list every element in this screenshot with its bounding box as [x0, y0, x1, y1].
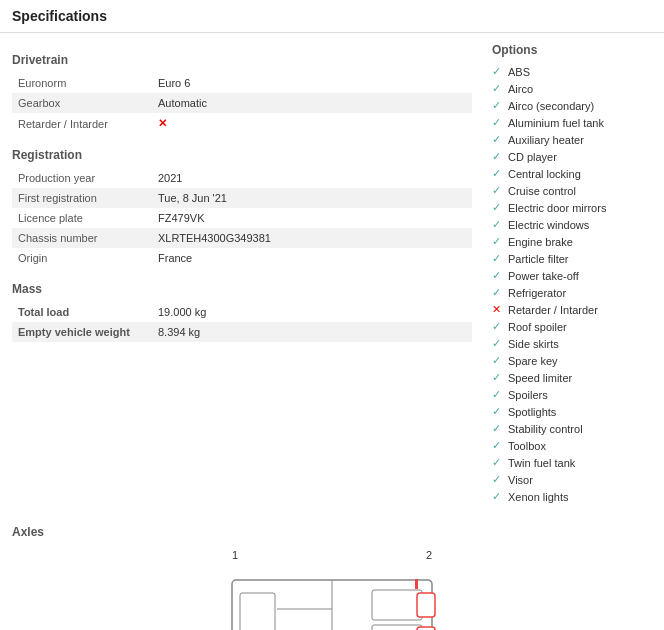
- check-icon: ✓: [492, 201, 504, 214]
- option-item-14: ✕Retarder / Intarder: [492, 301, 652, 318]
- registration-value-4: France: [152, 248, 472, 268]
- option-label-1: Airco: [508, 83, 533, 95]
- drivetrain-value-2: ✕: [152, 113, 472, 134]
- option-item-22: ✓Toolbox: [492, 437, 652, 454]
- options-title: Options: [492, 43, 652, 57]
- option-item-11: ✓Particle filter: [492, 250, 652, 267]
- option-label-23: Twin fuel tank: [508, 457, 575, 469]
- svg-rect-11: [415, 579, 418, 589]
- registration-label-1: First registration: [12, 188, 152, 208]
- option-item-6: ✓Central locking: [492, 165, 652, 182]
- registration-table: Production year2021First registrationTue…: [12, 168, 472, 268]
- check-icon: ✓: [492, 235, 504, 248]
- cross-opt-icon: ✕: [492, 303, 504, 316]
- check-icon: ✓: [492, 184, 504, 197]
- option-label-3: Aluminium fuel tank: [508, 117, 604, 129]
- option-item-1: ✓Airco: [492, 80, 652, 97]
- option-item-3: ✓Aluminium fuel tank: [492, 114, 652, 131]
- option-label-4: Auxiliary heater: [508, 134, 584, 146]
- check-icon: ✓: [492, 422, 504, 435]
- check-icon: ✓: [492, 320, 504, 333]
- right-panel: Options ✓ABS✓Airco✓Airco (secondary)✓Alu…: [492, 43, 652, 505]
- option-label-17: Spare key: [508, 355, 558, 367]
- check-icon: ✓: [492, 490, 504, 503]
- axles-title: Axles: [12, 525, 652, 539]
- options-list: ✓ABS✓Airco✓Airco (secondary)✓Aluminium f…: [492, 63, 652, 505]
- option-item-17: ✓Spare key: [492, 352, 652, 369]
- check-icon: ✓: [492, 473, 504, 486]
- option-label-12: Power take-off: [508, 270, 579, 282]
- option-item-16: ✓Side skirts: [492, 335, 652, 352]
- check-icon: ✓: [492, 252, 504, 265]
- check-icon: ✓: [492, 286, 504, 299]
- option-label-22: Toolbox: [508, 440, 546, 452]
- axles-diagram-container: 1 2: [222, 549, 442, 630]
- option-label-7: Cruise control: [508, 185, 576, 197]
- option-label-15: Roof spoiler: [508, 321, 567, 333]
- mass-label-0: Total load: [12, 302, 152, 322]
- drivetrain-section-title: Drivetrain: [12, 53, 472, 67]
- axle-label-1: 1: [232, 549, 238, 561]
- option-label-24: Visor: [508, 474, 533, 486]
- cross-icon: ✕: [158, 117, 167, 129]
- option-label-21: Stability control: [508, 423, 583, 435]
- option-item-23: ✓Twin fuel tank: [492, 454, 652, 471]
- option-label-9: Electric windows: [508, 219, 589, 231]
- check-icon: ✓: [492, 388, 504, 401]
- drivetrain-value-0: Euro 6: [152, 73, 472, 93]
- check-icon: ✓: [492, 133, 504, 146]
- option-item-7: ✓Cruise control: [492, 182, 652, 199]
- option-label-20: Spotlights: [508, 406, 556, 418]
- registration-label-2: Licence plate: [12, 208, 152, 228]
- registration-label-0: Production year: [12, 168, 152, 188]
- drivetrain-label-1: Gearbox: [12, 93, 152, 113]
- option-item-5: ✓CD player: [492, 148, 652, 165]
- option-item-4: ✓Auxiliary heater: [492, 131, 652, 148]
- option-label-5: CD player: [508, 151, 557, 163]
- main-content: Drivetrain EuronormEuro 6GearboxAutomati…: [0, 33, 664, 515]
- axles-label-row: 1 2: [222, 549, 442, 561]
- check-icon: ✓: [492, 99, 504, 112]
- check-icon: ✓: [492, 65, 504, 78]
- option-item-13: ✓Refrigerator: [492, 284, 652, 301]
- option-item-21: ✓Stability control: [492, 420, 652, 437]
- axles-section: Axles 1 2: [0, 515, 664, 630]
- drivetrain-value-1: Automatic: [152, 93, 472, 113]
- check-icon: ✓: [492, 456, 504, 469]
- check-icon: ✓: [492, 371, 504, 384]
- registration-label-3: Chassis number: [12, 228, 152, 248]
- option-item-10: ✓Engine brake: [492, 233, 652, 250]
- option-item-0: ✓ABS: [492, 63, 652, 80]
- option-label-11: Particle filter: [508, 253, 569, 265]
- check-icon: ✓: [492, 354, 504, 367]
- registration-value-2: FZ479VK: [152, 208, 472, 228]
- option-label-6: Central locking: [508, 168, 581, 180]
- option-item-19: ✓Spoilers: [492, 386, 652, 403]
- svg-rect-7: [417, 593, 435, 617]
- check-icon: ✓: [492, 116, 504, 129]
- option-item-24: ✓Visor: [492, 471, 652, 488]
- option-label-25: Xenon lights: [508, 491, 569, 503]
- option-item-25: ✓Xenon lights: [492, 488, 652, 505]
- option-label-2: Airco (secondary): [508, 100, 594, 112]
- option-item-18: ✓Speed limiter: [492, 369, 652, 386]
- drivetrain-label-2: Retarder / Intarder: [12, 113, 152, 134]
- option-item-20: ✓Spotlights: [492, 403, 652, 420]
- mass-table: Total load19.000 kgEmpty vehicle weight8…: [12, 302, 472, 342]
- check-icon: ✓: [492, 150, 504, 163]
- check-icon: ✓: [492, 82, 504, 95]
- registration-value-3: XLRTEH4300G349381: [152, 228, 472, 248]
- drivetrain-table: EuronormEuro 6GearboxAutomaticRetarder /…: [12, 73, 472, 134]
- check-icon: ✓: [492, 439, 504, 452]
- check-icon: ✓: [492, 269, 504, 282]
- option-label-10: Engine brake: [508, 236, 573, 248]
- option-label-0: ABS: [508, 66, 530, 78]
- option-label-19: Spoilers: [508, 389, 548, 401]
- check-icon: ✓: [492, 405, 504, 418]
- option-label-18: Speed limiter: [508, 372, 572, 384]
- check-icon: ✓: [492, 167, 504, 180]
- axle-label-2: 2: [426, 549, 432, 561]
- mass-value-1: 8.394 kg: [152, 322, 472, 342]
- mass-section-title: Mass: [12, 282, 472, 296]
- option-label-14: Retarder / Intarder: [508, 304, 598, 316]
